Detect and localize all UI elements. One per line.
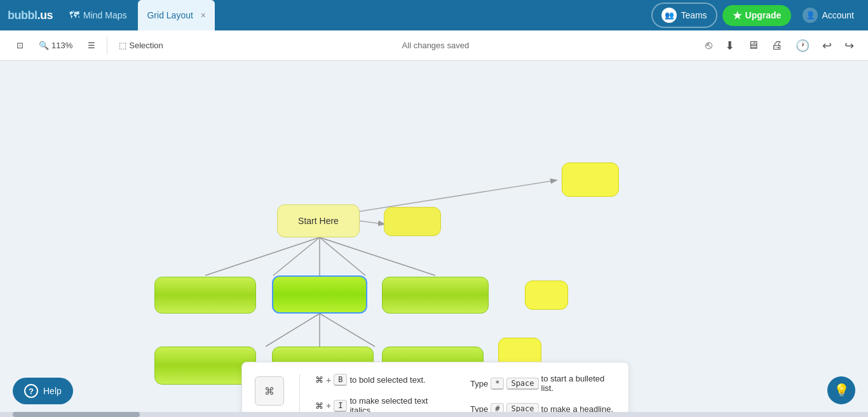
tip-row-group: ⌘ + B to bold selected text. ⌘ + I to ma…: [315, 374, 616, 417]
account-label: Account: [822, 10, 854, 20]
italic-key: I: [334, 400, 347, 412]
zoom-button[interactable]: 🔍 113%: [32, 37, 79, 54]
download-button[interactable]: ⬇: [721, 36, 738, 55]
account-icon: 👤: [803, 8, 818, 23]
undo-button[interactable]: ↩: [818, 36, 836, 55]
mindmaps-tab-label: Mind Maps: [83, 10, 126, 20]
cmd-i-symbol: ⌘: [315, 401, 323, 411]
tooltip-divider: [299, 374, 300, 417]
undo-icon: ↩: [822, 39, 832, 52]
nav-right: 👥 Teams ★ Upgrade 👤 Account: [651, 3, 860, 28]
history-icon: 🕐: [796, 39, 810, 52]
bullet-tip-row: Type * Space to start a bulleted list.: [470, 374, 616, 393]
share-button[interactable]: ⎋: [702, 36, 716, 55]
bullet-text: to start a bulleted list.: [541, 374, 616, 393]
bold-key: B: [334, 374, 347, 386]
print-button[interactable]: 🖨: [768, 36, 787, 55]
bold-tip-row: ⌘ + B to bold selected text.: [315, 374, 450, 386]
gridlayout-tab[interactable]: Grid Layout ×: [138, 0, 215, 30]
redo-icon: ↪: [844, 39, 854, 52]
account-button[interactable]: 👤 Account: [796, 4, 860, 27]
menu-icon: ☰: [88, 41, 95, 50]
upgrade-button[interactable]: ★ Upgrade: [722, 5, 792, 26]
cmd-symbol: ⌘: [264, 385, 275, 397]
close-tab-icon[interactable]: ×: [201, 10, 206, 20]
gridlayout-tab-label: Grid Layout: [147, 10, 193, 20]
star-icon: ★: [733, 10, 742, 22]
redo-button[interactable]: ↪: [841, 36, 858, 55]
info-tooltip: ⌘ ⌘ + B to bold selected text. ⌘ + I: [241, 362, 629, 417]
status-text: All changes saved: [172, 41, 699, 50]
selection-button[interactable]: ⬚ Selection: [112, 37, 169, 54]
tip-content: ⌘ + B to bold selected text. ⌘ + I to ma…: [315, 374, 616, 417]
svg-line-5: [320, 237, 365, 275]
share-icon: ⎋: [705, 39, 712, 51]
upgrade-label: Upgrade: [745, 10, 782, 20]
selection-label: Selection: [129, 41, 163, 50]
mindmaps-tab-icon: 🗺: [69, 10, 79, 21]
toolbar-right: ⎋ ⬇ 🖥 🖨 🕐 ↩ ↪: [702, 36, 858, 55]
canvas[interactable]: Start Here saju ⌘ ⌘ + B to: [0, 61, 868, 417]
monitor-icon: 🖥: [747, 39, 759, 51]
yellow-small-1-node[interactable]: [525, 281, 568, 310]
svg-line-6: [320, 237, 435, 275]
help-button[interactable]: ? Help: [13, 378, 73, 404]
fit-screen-icon: ⊡: [17, 41, 24, 50]
mindmaps-tab[interactable]: 🗺 Mind Maps: [60, 0, 135, 30]
bullet-space: Space: [506, 378, 538, 390]
h-scrollbar-thumb[interactable]: [13, 412, 140, 417]
download-icon: ⬇: [725, 39, 735, 52]
top-nav: bubbl.us 🗺 Mind Maps Grid Layout × 👥 Tea…: [0, 0, 868, 30]
h-scrollbar[interactable]: [0, 412, 868, 417]
teams-label: Teams: [681, 10, 707, 20]
teams-icon: 👥: [661, 8, 677, 23]
kbd-icon-col: ⌘: [255, 374, 284, 417]
green-bottom-left-node[interactable]: [154, 347, 256, 385]
green-left-node[interactable]: [154, 277, 256, 314]
help-label: Help: [43, 386, 62, 396]
toolbar-separator: [107, 37, 107, 55]
svg-line-3: [273, 237, 320, 275]
help-circle-icon: ?: [24, 384, 38, 398]
cmd-b-symbol: ⌘: [315, 375, 323, 385]
yellow-top-right-node[interactable]: [562, 162, 619, 197]
toolbar: ⊡ 🔍 113% ☰ ⬚ Selection All changes saved…: [0, 30, 868, 61]
cmd-key-icon: ⌘: [255, 376, 284, 406]
svg-line-1: [356, 180, 556, 212]
svg-line-2: [205, 237, 320, 275]
print-icon: 🖨: [771, 39, 783, 51]
zoom-level: 113%: [51, 41, 72, 50]
lightbulb-icon: 💡: [834, 383, 850, 398]
svg-line-9: [320, 314, 375, 347]
selection-icon: ⬚: [119, 41, 126, 50]
start-here-label: Start Here: [298, 216, 339, 226]
svg-line-7: [266, 314, 320, 347]
logo: bubbl.us: [8, 9, 53, 22]
history-button[interactable]: 🕐: [792, 36, 813, 55]
menu-button[interactable]: ☰: [81, 37, 102, 54]
bold-text: to bold selected text.: [349, 375, 425, 385]
bullet-key: *: [491, 378, 504, 390]
green-selected-node[interactable]: [272, 275, 367, 314]
zoom-icon: 🔍: [39, 41, 49, 50]
teams-button[interactable]: 👥 Teams: [651, 3, 717, 28]
monitor-button[interactable]: 🖥: [743, 36, 763, 55]
green-right-node[interactable]: [382, 277, 489, 314]
start-here-node[interactable]: Start Here: [277, 204, 360, 237]
lightbulb-button[interactable]: 💡: [827, 376, 855, 404]
fit-screen-button[interactable]: ⊡: [10, 37, 30, 54]
svg-line-0: [360, 221, 384, 224]
yellow-right-node[interactable]: [384, 207, 441, 236]
